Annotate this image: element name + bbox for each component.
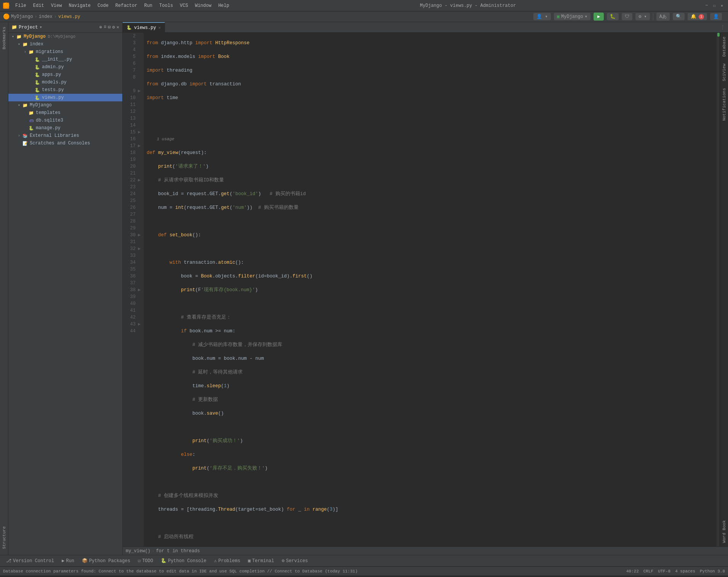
sidebar-locate-icon[interactable]: ⊕ [99,24,102,30]
tree-folder-templates[interactable]: 📁 templates [8,109,122,117]
code-line-22: if book.num >= num: [147,328,714,335]
bbc-function[interactable]: my_view() [126,548,150,554]
code-line-2: from django.http import HttpResponse [147,40,714,46]
code-line-20 [147,300,714,307]
sidebar-project-icon: 📁 [11,24,17,30]
tree-file-admin[interactable]: 🐍 admin.py [8,63,122,71]
run-panel-btn[interactable]: ▶ Run [59,557,77,564]
tree-folder-scratches[interactable]: 📝 Scratches and Consoles [8,139,122,147]
code-line-12: book_id = request.GET.get('book_id') # 购… [147,191,714,197]
breadcrumb-app: 🟠 [3,13,10,20]
translate-button[interactable]: Aあ [656,13,670,21]
cursor-position[interactable]: 40:22 [626,569,639,574]
tree-folder-migrations[interactable]: › 📁 migrations [8,48,122,56]
code-editor[interactable]: 2 3 4 5 6 7 8 · 9▶ 10 11 12 13 14 [123,33,720,547]
breadcrumb-project[interactable]: MyDjango [11,14,33,19]
todo-icon: ☑ [138,558,141,564]
tree-file-apps[interactable]: 🐍 apps.py [8,71,122,79]
search-button[interactable]: 🔍 [673,13,685,20]
wordbook-tab[interactable]: Word Book [722,518,726,545]
maximize-button[interactable]: ☐ [711,3,717,9]
notifications-button[interactable]: 🔔 1 [688,13,707,20]
menu-vcs[interactable]: VCS [177,2,191,9]
menu-code[interactable]: Code [94,2,112,9]
services-btn[interactable]: ⚙ Services [278,557,311,564]
tree-folder-extlibs[interactable]: › 📚 External Libraries [8,132,122,139]
coverage-button[interactable]: 🛡 [622,13,632,20]
code-line-24: book.num = book.num - num [147,355,714,362]
indent-size[interactable]: 4 spaces [675,569,695,574]
code-text-area[interactable]: from django.http import HttpResponse fro… [144,33,717,547]
models-icon: 🐍 [34,79,40,85]
bbc-for[interactable]: for t in threads [156,548,200,554]
extlibs-icon: 📚 [22,133,28,139]
sidebar-expand-icon[interactable]: ≡ [104,24,106,30]
sciview-tab[interactable]: SciView [722,61,726,83]
menu-view[interactable]: View [48,2,65,9]
todo-label: TODO [142,558,153,564]
tree-file-models[interactable]: 🐍 models.py [8,79,122,86]
tree-folder-mydjango[interactable]: ▾ 📁 MyDjango [8,101,122,109]
tab-close-icon[interactable]: ✕ [158,25,161,30]
run-button[interactable]: ▶ [594,13,604,21]
db-label: db.sqlite3 [36,118,63,123]
code-line-34: # 创建多个线程来模拟并发 [147,492,714,499]
sidebar-title: Project [19,25,38,30]
menu-file[interactable]: File [12,2,29,9]
notifications-panel-tab[interactable]: Notifications [722,86,726,123]
breadcrumb-file[interactable]: views.py [58,14,80,19]
menu-run[interactable]: Run [141,2,155,9]
more-run-button[interactable]: ⚙ ▾ [635,13,650,20]
menu-help[interactable]: Help [215,2,232,9]
status-message[interactable]: Database connection parameters found: Co… [3,569,358,574]
sidebar-settings-icon[interactable]: ⚙ [112,24,115,30]
tree-file-init[interactable]: 🐍 __init__.py [8,56,122,63]
problems-btn[interactable]: ⚠ Problems [211,557,243,564]
tree-folder-index[interactable]: ▾ 📁 index [8,40,122,48]
python-version[interactable]: Python 3.8 [700,569,725,574]
breadcrumb-index[interactable]: index [39,14,53,19]
menu-navigate[interactable]: Navigate [66,2,94,9]
debug-button[interactable]: 🐛 [607,13,619,20]
version-control-btn[interactable]: ⎇ Version Control [3,557,57,564]
tree-file-tests[interactable]: 🐍 tests.py [8,86,122,94]
python-console-btn[interactable]: 🐍 Python Console [158,557,210,564]
sep2: › [54,14,57,19]
menu-window[interactable]: Window [192,2,214,9]
tree-file-db[interactable]: 🗃 db.sqlite3 [8,117,122,124]
services-icon: ⚙ [282,558,284,564]
sidebar-dropdown-arrow[interactable]: ▾ [39,24,42,30]
title-bar: 🟠 File Edit View Navigate Code Refactor … [0,0,728,11]
tab-bar-menu[interactable]: ⋮ [717,24,728,30]
sidebar-hide-icon[interactable]: ✕ [117,24,119,30]
menu-refactor[interactable]: Refactor [112,2,141,9]
python-packages-btn[interactable]: 📦 Python Packages [79,557,133,564]
line-separator[interactable]: CRLF [643,569,653,574]
tree-file-manage[interactable]: 🐍 manage.py [8,124,122,132]
app-icon: 🟠 [3,3,9,9]
mini-scrollbar[interactable] [717,33,720,547]
code-line-28: book.save() [147,410,714,417]
minimize-button[interactable]: ─ [704,3,710,9]
terminal-btn[interactable]: ▣ Terminal [245,557,277,564]
structure-tab[interactable]: Structure [1,523,7,552]
vc-label: Version Control [13,558,54,564]
tab-views-py[interactable]: 🐍 views.py ✕ [123,22,165,33]
views-icon: 🐍 [34,95,40,101]
settings-button[interactable]: 👤 [710,13,722,20]
todo-btn[interactable]: ☑ TODO [135,557,156,564]
tree-item-root[interactable]: ▾ 📁 MyDjango D:\MyDjango [8,33,122,40]
mydjango-dropdown[interactable]: ▣ MyDjango ▾ [554,13,590,20]
bookmarks-tab[interactable]: Bookmarks [1,24,7,52]
folder-icon: 📁 [16,34,22,40]
templates-folder-icon: 📁 [28,110,34,116]
tree-file-views[interactable]: 🐍 views.py [8,94,122,101]
sidebar-collapse-icon[interactable]: ⊟ [108,24,110,30]
menu-edit[interactable]: Edit [30,2,47,9]
encoding[interactable]: UTF-8 [658,569,670,574]
menu-tools[interactable]: Tools [156,2,176,9]
account-button[interactable]: 👤 ▾ [533,13,550,20]
code-line-23: # 减少书籍的库存数量，并保存到数据库 [147,341,714,348]
database-tab[interactable]: Database [722,34,726,59]
close-button[interactable]: ✕ [719,3,725,9]
